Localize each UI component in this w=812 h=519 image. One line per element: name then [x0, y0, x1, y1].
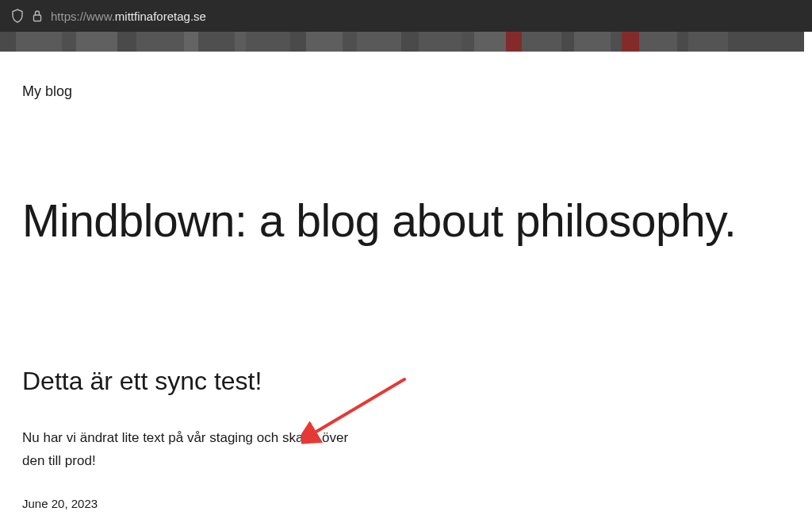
- url-display[interactable]: https://www.mittfinaforetag.se: [51, 10, 206, 23]
- page-hero-heading: Mindblown: a blog about philosophy.: [22, 195, 790, 248]
- post-excerpt: Nu har vi ändrat lite text på vår stagin…: [22, 426, 355, 474]
- shield-icon: [11, 9, 24, 23]
- post-date: June 20, 2023: [22, 497, 790, 510]
- url-domain: mittfinaforetag.se: [115, 10, 206, 23]
- site-title[interactable]: My blog: [22, 83, 790, 100]
- browser-address-bar: https://www.mittfinaforetag.se: [0, 0, 812, 32]
- lock-icon: [32, 10, 43, 22]
- post-title[interactable]: Detta är ett sync test!: [22, 367, 790, 396]
- svg-rect-0: [34, 15, 41, 21]
- blurred-toolbar-strip: [0, 32, 812, 52]
- page-content: My blog Mindblown: a blog about philosop…: [0, 52, 812, 519]
- url-prefix: https://www.: [51, 10, 115, 23]
